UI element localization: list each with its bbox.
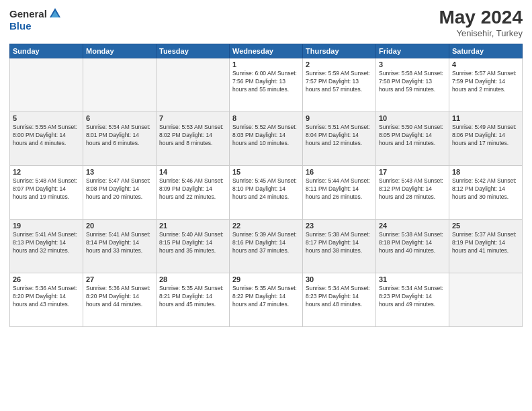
day-number: 9 xyxy=(306,114,373,122)
day-cell-1-4: 9Sunrise: 5:51 AM Sunset: 8:04 PM Daylig… xyxy=(303,112,376,166)
day-cell-3-0: 19Sunrise: 5:41 AM Sunset: 8:13 PM Dayli… xyxy=(10,220,83,273)
day-cell-4-1: 27Sunrise: 5:36 AM Sunset: 8:20 PM Dayli… xyxy=(83,273,157,327)
week-row-0: 1Sunrise: 6:00 AM Sunset: 7:56 PM Daylig… xyxy=(10,58,523,112)
day-detail: Sunrise: 5:55 AM Sunset: 8:00 PM Dayligh… xyxy=(13,124,80,148)
header-friday: Friday xyxy=(376,44,449,58)
day-detail: Sunrise: 5:43 AM Sunset: 8:12 PM Dayligh… xyxy=(379,177,446,201)
day-detail: Sunrise: 5:53 AM Sunset: 8:02 PM Dayligh… xyxy=(159,124,226,148)
day-cell-0-5: 3Sunrise: 5:58 AM Sunset: 7:58 PM Daylig… xyxy=(376,58,449,112)
day-number: 28 xyxy=(159,275,226,283)
day-detail: Sunrise: 5:41 AM Sunset: 8:13 PM Dayligh… xyxy=(13,231,80,255)
day-cell-4-5: 31Sunrise: 5:34 AM Sunset: 8:23 PM Dayli… xyxy=(376,273,449,327)
day-detail: Sunrise: 5:34 AM Sunset: 8:23 PM Dayligh… xyxy=(306,285,373,309)
day-cell-4-0: 26Sunrise: 5:36 AM Sunset: 8:20 PM Dayli… xyxy=(10,273,83,327)
day-detail: Sunrise: 5:45 AM Sunset: 8:10 PM Dayligh… xyxy=(232,177,300,201)
day-number: 23 xyxy=(306,222,373,230)
day-number: 14 xyxy=(159,168,226,176)
day-number: 12 xyxy=(13,168,80,176)
day-detail: Sunrise: 5:52 AM Sunset: 8:03 PM Dayligh… xyxy=(232,124,300,148)
title-location: Yenisehir, Turkey xyxy=(439,28,523,38)
day-detail: Sunrise: 5:35 AM Sunset: 8:22 PM Dayligh… xyxy=(232,285,300,309)
day-number: 30 xyxy=(306,275,373,283)
day-cell-4-4: 30Sunrise: 5:34 AM Sunset: 8:23 PM Dayli… xyxy=(303,273,376,327)
day-cell-2-6: 18Sunrise: 5:42 AM Sunset: 8:12 PM Dayli… xyxy=(449,166,523,220)
day-number: 24 xyxy=(379,222,446,230)
day-cell-0-6: 4Sunrise: 5:57 AM Sunset: 7:59 PM Daylig… xyxy=(449,58,523,112)
day-cell-3-1: 20Sunrise: 5:41 AM Sunset: 8:14 PM Dayli… xyxy=(83,220,157,273)
day-detail: Sunrise: 5:51 AM Sunset: 8:04 PM Dayligh… xyxy=(306,124,373,148)
day-detail: Sunrise: 5:49 AM Sunset: 8:06 PM Dayligh… xyxy=(452,124,519,148)
page: General Blue May 2024 Yenisehir, Turkey … xyxy=(0,0,532,411)
day-cell-2-2: 14Sunrise: 5:46 AM Sunset: 8:09 PM Dayli… xyxy=(157,166,230,220)
day-cell-2-1: 13Sunrise: 5:47 AM Sunset: 8:08 PM Dayli… xyxy=(83,166,157,220)
day-detail: Sunrise: 5:38 AM Sunset: 8:17 PM Dayligh… xyxy=(306,231,373,255)
day-detail: Sunrise: 5:40 AM Sunset: 8:15 PM Dayligh… xyxy=(159,231,226,255)
logo-blue-text: Blue xyxy=(9,20,32,32)
day-detail: Sunrise: 5:35 AM Sunset: 8:21 PM Dayligh… xyxy=(159,285,226,309)
day-number: 10 xyxy=(379,114,446,122)
day-number: 22 xyxy=(232,222,300,230)
day-cell-3-5: 24Sunrise: 5:38 AM Sunset: 8:18 PM Dayli… xyxy=(376,220,449,273)
day-number: 1 xyxy=(232,60,300,68)
day-number: 18 xyxy=(452,168,519,176)
day-cell-4-6 xyxy=(449,273,523,327)
day-cell-0-2 xyxy=(157,58,230,112)
title-block: May 2024 Yenisehir, Turkey xyxy=(439,7,523,38)
logo-general-text: General xyxy=(9,8,47,19)
day-cell-3-4: 23Sunrise: 5:38 AM Sunset: 8:17 PM Dayli… xyxy=(303,220,376,273)
day-detail: Sunrise: 6:00 AM Sunset: 7:56 PM Dayligh… xyxy=(232,70,300,94)
day-detail: Sunrise: 5:34 AM Sunset: 8:23 PM Dayligh… xyxy=(379,285,446,309)
day-detail: Sunrise: 5:58 AM Sunset: 7:58 PM Dayligh… xyxy=(379,70,446,94)
day-cell-0-4: 2Sunrise: 5:59 AM Sunset: 7:57 PM Daylig… xyxy=(303,58,376,112)
day-number: 25 xyxy=(452,222,519,230)
day-cell-0-3: 1Sunrise: 6:00 AM Sunset: 7:56 PM Daylig… xyxy=(230,58,303,112)
day-cell-2-0: 12Sunrise: 5:48 AM Sunset: 8:07 PM Dayli… xyxy=(10,166,83,220)
day-number: 16 xyxy=(306,168,373,176)
day-cell-1-3: 8Sunrise: 5:52 AM Sunset: 8:03 PM Daylig… xyxy=(230,112,303,166)
day-number: 19 xyxy=(13,222,80,230)
day-number: 15 xyxy=(232,168,300,176)
day-cell-0-1 xyxy=(83,58,157,112)
header-sunday: Sunday xyxy=(10,44,83,58)
logo: General Blue xyxy=(9,7,62,32)
weekday-header-row: Sunday Monday Tuesday Wednesday Thursday… xyxy=(10,44,523,58)
day-detail: Sunrise: 5:36 AM Sunset: 8:20 PM Dayligh… xyxy=(13,285,80,309)
logo-icon xyxy=(48,7,62,20)
day-number: 4 xyxy=(452,60,519,68)
header-thursday: Thursday xyxy=(303,44,376,58)
day-cell-3-6: 25Sunrise: 5:37 AM Sunset: 8:19 PM Dayli… xyxy=(449,220,523,273)
day-number: 17 xyxy=(379,168,446,176)
day-number: 7 xyxy=(159,114,226,122)
day-number: 31 xyxy=(379,275,446,283)
day-detail: Sunrise: 5:42 AM Sunset: 8:12 PM Dayligh… xyxy=(452,177,519,201)
week-row-3: 19Sunrise: 5:41 AM Sunset: 8:13 PM Dayli… xyxy=(10,220,523,273)
header: General Blue May 2024 Yenisehir, Turkey xyxy=(9,7,523,38)
day-number: 13 xyxy=(86,168,153,176)
day-number: 20 xyxy=(86,222,153,230)
day-detail: Sunrise: 5:36 AM Sunset: 8:20 PM Dayligh… xyxy=(86,285,153,309)
day-detail: Sunrise: 5:39 AM Sunset: 8:16 PM Dayligh… xyxy=(232,231,300,255)
day-number: 27 xyxy=(86,275,153,283)
week-row-2: 12Sunrise: 5:48 AM Sunset: 8:07 PM Dayli… xyxy=(10,166,523,220)
day-cell-2-4: 16Sunrise: 5:44 AM Sunset: 8:11 PM Dayli… xyxy=(303,166,376,220)
day-detail: Sunrise: 5:41 AM Sunset: 8:14 PM Dayligh… xyxy=(86,231,153,255)
day-number: 26 xyxy=(13,275,80,283)
day-number: 5 xyxy=(13,114,80,122)
day-cell-0-0 xyxy=(10,58,83,112)
day-cell-1-1: 6Sunrise: 5:54 AM Sunset: 8:01 PM Daylig… xyxy=(83,112,157,166)
day-cell-3-2: 21Sunrise: 5:40 AM Sunset: 8:15 PM Dayli… xyxy=(157,220,230,273)
day-number: 29 xyxy=(232,275,300,283)
week-row-1: 5Sunrise: 5:55 AM Sunset: 8:00 PM Daylig… xyxy=(10,112,523,166)
day-cell-1-5: 10Sunrise: 5:50 AM Sunset: 8:05 PM Dayli… xyxy=(376,112,449,166)
header-wednesday: Wednesday xyxy=(230,44,303,58)
day-detail: Sunrise: 5:50 AM Sunset: 8:05 PM Dayligh… xyxy=(379,124,446,148)
day-detail: Sunrise: 5:54 AM Sunset: 8:01 PM Dayligh… xyxy=(86,124,153,148)
day-detail: Sunrise: 5:47 AM Sunset: 8:08 PM Dayligh… xyxy=(86,177,153,201)
day-number: 6 xyxy=(86,114,153,122)
day-detail: Sunrise: 5:59 AM Sunset: 7:57 PM Dayligh… xyxy=(306,70,373,94)
day-cell-4-3: 29Sunrise: 5:35 AM Sunset: 8:22 PM Dayli… xyxy=(230,273,303,327)
day-cell-3-3: 22Sunrise: 5:39 AM Sunset: 8:16 PM Dayli… xyxy=(230,220,303,273)
day-detail: Sunrise: 5:37 AM Sunset: 8:19 PM Dayligh… xyxy=(452,231,519,255)
day-cell-1-2: 7Sunrise: 5:53 AM Sunset: 8:02 PM Daylig… xyxy=(157,112,230,166)
day-number: 21 xyxy=(159,222,226,230)
